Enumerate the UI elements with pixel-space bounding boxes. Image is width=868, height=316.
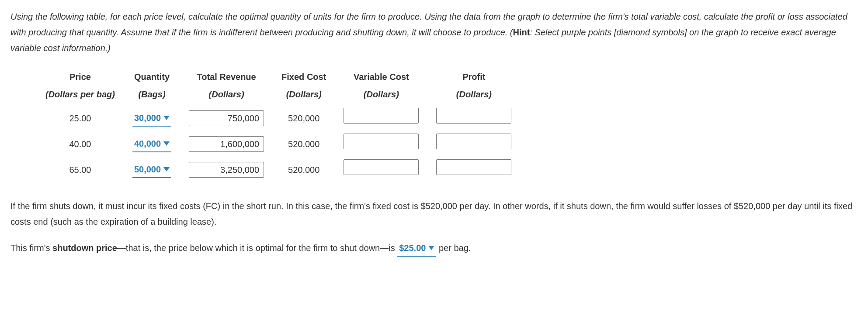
quantity-dropdown[interactable]: 40,000 [132,136,171,152]
text-mid: —that is, the price below which it is op… [117,243,397,253]
chevron-down-icon [428,246,434,250]
subheader-variable-cost: (Dollars) [335,86,427,105]
text-pre: This firm's [10,243,52,253]
cell-fixed-cost: 520,000 [273,105,335,131]
subheader-fixed-cost: (Dollars) [273,86,335,105]
shutdown-price-bold: shutdown price [52,243,117,253]
cell-price: 40.00 [37,131,124,157]
quantity-dropdown[interactable]: 50,000 [132,161,171,178]
intro-paragraph: Using the following table, for each pric… [10,9,858,56]
variable-cost-input[interactable] [344,108,419,124]
chevron-down-icon [163,116,170,120]
table-row: 25.00 30,000 750,000 520,000 [37,105,520,131]
table-row: 65.00 50,000 3,250,000 520,000 [37,157,520,182]
variable-cost-input[interactable] [344,134,419,149]
quantity-dropdown[interactable]: 30,000 [132,110,171,127]
header-total-revenue: Total Revenue [180,68,273,86]
header-quantity: Quantity [124,68,180,86]
table-subheader-row: (Dollars per bag) (Bags) (Dollars) (Doll… [37,86,520,105]
cell-fixed-cost: 520,000 [273,131,335,157]
header-profit: Profit [427,68,520,86]
total-revenue-input[interactable]: 1,600,000 [189,136,264,152]
header-variable-cost: Variable Cost [335,68,427,86]
cell-fixed-cost: 520,000 [273,157,335,182]
dropdown-value: $25.00 [399,240,426,256]
cost-table: Price Quantity Total Revenue Fixed Cost … [37,68,520,182]
text-post: per bag. [439,243,471,253]
total-revenue-input[interactable]: 3,250,000 [189,162,264,178]
subheader-price: (Dollars per bag) [37,86,124,105]
chevron-down-icon [163,167,170,172]
cell-price: 25.00 [37,105,124,131]
dropdown-value: 40,000 [134,136,161,151]
table-row: 40.00 40,000 1,600,000 520,000 [37,131,520,157]
profit-input[interactable] [436,108,511,124]
total-revenue-input[interactable]: 750,000 [189,110,264,126]
subheader-total-revenue: (Dollars) [180,86,273,105]
cell-price: 65.00 [37,157,124,182]
profit-input[interactable] [436,159,511,175]
subheader-quantity: (Bags) [124,86,180,105]
dropdown-value: 30,000 [134,110,161,126]
subheader-profit: (Dollars) [427,86,520,105]
table-header-row: Price Quantity Total Revenue Fixed Cost … [37,68,520,86]
shutdown-price-dropdown[interactable]: $25.00 [397,240,436,257]
shutdown-explanation: If the firm shuts down, it must incur it… [10,198,858,230]
hint-label: Hint [513,27,530,37]
shutdown-price-sentence: This firm's shutdown price—that is, the … [10,240,858,257]
chevron-down-icon [163,141,170,146]
profit-input[interactable] [436,134,511,149]
header-fixed-cost: Fixed Cost [273,68,335,86]
variable-cost-input[interactable] [344,159,419,175]
header-price: Price [37,68,124,86]
dropdown-value: 50,000 [134,161,161,177]
